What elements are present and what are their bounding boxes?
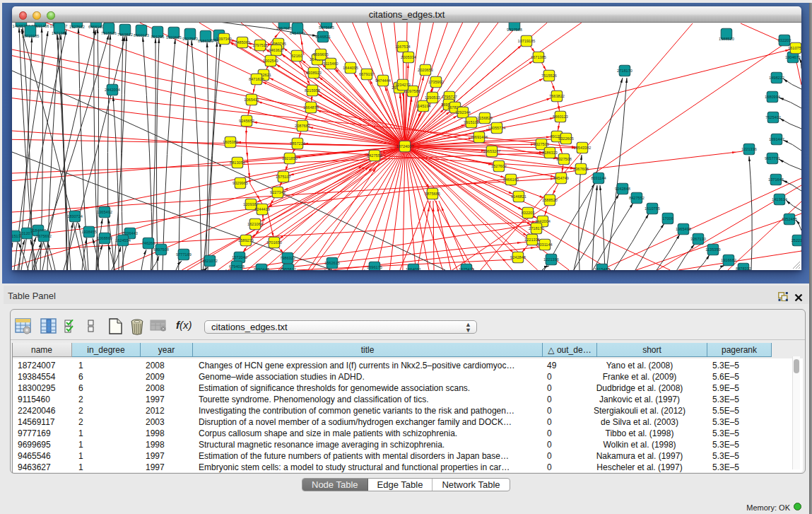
svg-text:1610755: 1610755 bbox=[645, 206, 660, 211]
svg-text:6990448: 6990448 bbox=[254, 267, 269, 270]
svg-text:6897508: 6897508 bbox=[153, 247, 169, 252]
svg-text:1615483: 1615483 bbox=[594, 267, 610, 270]
svg-text:832203: 832203 bbox=[522, 211, 535, 215]
svg-text:5322605: 5322605 bbox=[558, 136, 574, 141]
svg-text:5322605: 5322605 bbox=[166, 35, 182, 40]
svg-text:9115460: 9115460 bbox=[323, 62, 338, 66]
svg-text:1002543: 1002543 bbox=[263, 59, 278, 63]
svg-text:7485063: 7485063 bbox=[235, 40, 250, 45]
svg-text:1135359: 1135359 bbox=[705, 247, 720, 252]
svg-text:8878332: 8878332 bbox=[736, 267, 751, 270]
svg-text:1371648: 1371648 bbox=[768, 177, 784, 182]
svg-text:10719185: 10719185 bbox=[518, 39, 536, 43]
svg-text:8031144: 8031144 bbox=[591, 176, 606, 180]
svg-text:1527602: 1527602 bbox=[69, 25, 85, 29]
svg-text:1675692: 1675692 bbox=[36, 234, 52, 238]
svg-text:20691406: 20691406 bbox=[471, 135, 488, 139]
svg-text:1498222: 1498222 bbox=[769, 76, 784, 80]
svg-text:1691447: 1691447 bbox=[769, 137, 784, 141]
svg-text:746266: 746266 bbox=[142, 241, 155, 245]
svg-text:8813054: 8813054 bbox=[230, 160, 245, 165]
svg-text:1588520: 1588520 bbox=[542, 198, 558, 202]
svg-text:1209382: 1209382 bbox=[243, 202, 259, 206]
svg-text:8454749: 8454749 bbox=[290, 31, 305, 35]
svg-text:2367608: 2367608 bbox=[573, 167, 589, 171]
svg-text:1921850: 1921850 bbox=[282, 156, 298, 160]
svg-text:1167534: 1167534 bbox=[395, 45, 410, 49]
svg-text:9327503: 9327503 bbox=[534, 142, 549, 146]
svg-text:1644095: 1644095 bbox=[343, 66, 358, 70]
svg-text:9474444: 9474444 bbox=[375, 78, 391, 83]
svg-text:1413614: 1413614 bbox=[772, 197, 787, 201]
svg-text:1680994: 1680994 bbox=[765, 95, 780, 99]
svg-text:9327503: 9327503 bbox=[182, 37, 198, 41]
svg-text:9227343: 9227343 bbox=[270, 190, 286, 194]
svg-text:1671385: 1671385 bbox=[52, 31, 67, 35]
svg-text:9657791: 9657791 bbox=[765, 156, 780, 160]
svg-text:1621064: 1621064 bbox=[247, 222, 263, 226]
svg-text:1292344: 1292344 bbox=[455, 110, 471, 115]
svg-text:1589239: 1589239 bbox=[238, 238, 254, 243]
svg-text:8938923: 8938923 bbox=[306, 71, 322, 75]
svg-text:2156829: 2156829 bbox=[477, 116, 493, 120]
svg-text:1965498: 1965498 bbox=[676, 227, 691, 231]
svg-text:1365492: 1365492 bbox=[97, 210, 112, 214]
svg-text:9463627: 9463627 bbox=[269, 48, 284, 52]
svg-text:10543382: 10543382 bbox=[574, 146, 592, 150]
svg-text:62160: 62160 bbox=[291, 54, 302, 58]
svg-text:8660123: 8660123 bbox=[134, 33, 149, 37]
svg-text:2442004: 2442004 bbox=[105, 88, 120, 92]
svg-text:17006: 17006 bbox=[662, 216, 673, 221]
svg-text:832203: 832203 bbox=[778, 38, 792, 42]
svg-text:1621072: 1621072 bbox=[202, 259, 218, 263]
svg-text:7663822: 7663822 bbox=[117, 33, 133, 37]
svg-text:1671385: 1671385 bbox=[531, 55, 546, 59]
svg-text:1572040: 1572040 bbox=[232, 255, 247, 259]
svg-text:1290513: 1290513 bbox=[425, 95, 440, 100]
svg-text:1735992: 1735992 bbox=[428, 80, 444, 84]
svg-text:10719185: 10719185 bbox=[22, 34, 40, 38]
svg-text:1938455: 1938455 bbox=[81, 230, 97, 234]
svg-text:6466160: 6466160 bbox=[503, 177, 519, 182]
svg-text:5875685: 5875685 bbox=[425, 192, 440, 196]
svg-text:1664091: 1664091 bbox=[406, 267, 421, 270]
svg-text:5875685: 5875685 bbox=[319, 25, 334, 30]
svg-text:9245652: 9245652 bbox=[239, 119, 254, 123]
svg-text:1605380: 1605380 bbox=[223, 140, 238, 144]
svg-text:1588520: 1588520 bbox=[719, 37, 734, 41]
svg-text:8031144: 8031144 bbox=[537, 243, 552, 247]
svg-text:7986322: 7986322 bbox=[280, 256, 295, 260]
svg-text:9242848: 9242848 bbox=[615, 187, 630, 191]
svg-text:8186323: 8186323 bbox=[542, 151, 558, 155]
svg-text:3267130: 3267130 bbox=[690, 237, 706, 241]
svg-text:1097349: 1097349 bbox=[216, 37, 232, 41]
svg-text:6699695: 6699695 bbox=[313, 52, 329, 57]
svg-text:6679197: 6679197 bbox=[359, 72, 375, 76]
svg-text:9777169: 9777169 bbox=[176, 252, 192, 257]
svg-text:10653267: 10653267 bbox=[483, 149, 501, 153]
svg-text:9242848: 9242848 bbox=[510, 255, 526, 259]
svg-text:1562615: 1562615 bbox=[324, 261, 340, 265]
svg-text:1221336: 1221336 bbox=[524, 238, 540, 242]
svg-text:1221336: 1221336 bbox=[741, 147, 757, 151]
svg-text:1797511: 1797511 bbox=[252, 43, 267, 47]
svg-text:18724007: 18724007 bbox=[396, 144, 414, 148]
svg-text:9327508: 9327508 bbox=[556, 157, 572, 161]
svg-text:1664878: 1664878 bbox=[303, 105, 319, 110]
svg-text:2005334: 2005334 bbox=[401, 55, 416, 59]
svg-text:1795727: 1795727 bbox=[442, 95, 457, 99]
svg-text:1068860: 1068860 bbox=[97, 236, 112, 240]
svg-text:1065411: 1065411 bbox=[244, 98, 259, 102]
svg-text:2718170: 2718170 bbox=[617, 69, 632, 73]
svg-text:14055724: 14055724 bbox=[488, 126, 506, 130]
svg-text:1916682: 1916682 bbox=[721, 258, 736, 262]
svg-text:3915101: 3915101 bbox=[464, 120, 479, 124]
svg-text:2020653: 2020653 bbox=[418, 68, 433, 72]
svg-text:1221396: 1221396 bbox=[543, 257, 559, 262]
svg-text:9146821: 9146821 bbox=[315, 35, 331, 39]
svg-text:7955812: 7955812 bbox=[281, 267, 296, 270]
svg-text:1234273: 1234273 bbox=[395, 83, 411, 87]
svg-text:1701650: 1701650 bbox=[266, 240, 282, 245]
svg-text:9146821: 9146821 bbox=[511, 194, 526, 199]
svg-text:8427552: 8427552 bbox=[629, 196, 645, 200]
